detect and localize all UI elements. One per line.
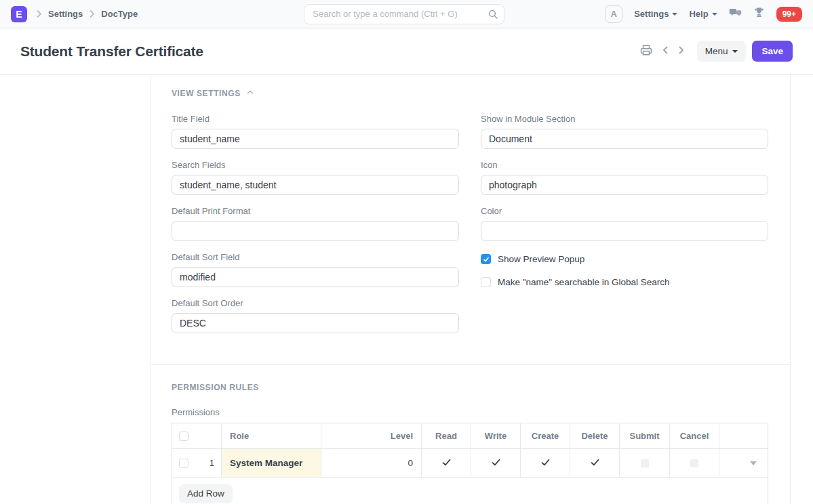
- menu-button-label: Menu: [705, 47, 728, 56]
- search-icon: [488, 9, 498, 22]
- permissions-table-label: Permissions: [172, 407, 768, 417]
- fields-column-right: Show in Module Section Icon Color: [481, 114, 768, 344]
- global-search: [304, 4, 504, 24]
- level-cell[interactable]: 0: [321, 449, 422, 478]
- cancel-permission-cell-disabled: [670, 449, 719, 478]
- create-permission-cell[interactable]: [521, 449, 570, 478]
- field-search-fields: Search Fields: [172, 160, 459, 195]
- row-dropdown-caret-icon[interactable]: [750, 461, 757, 465]
- field-label: Title Field: [172, 114, 459, 124]
- settings-menu[interactable]: Settings: [634, 9, 677, 19]
- settings-menu-label: Settings: [634, 9, 669, 19]
- breadcrumb-item-doctype[interactable]: DocType: [101, 9, 138, 19]
- field-label: Show in Module Section: [481, 114, 768, 124]
- section-heading-permission-rules[interactable]: PERMISSION RULES: [172, 383, 768, 392]
- table-row: 1 System Manager 0: [172, 449, 768, 478]
- breadcrumb-item-settings[interactable]: Settings: [48, 9, 83, 19]
- checkbox-unchecked[interactable]: [481, 277, 491, 287]
- previous-document-button[interactable]: [660, 44, 672, 59]
- chat-icon: [729, 6, 742, 22]
- notifications-badge[interactable]: 99+: [776, 7, 802, 22]
- printer-icon: [640, 44, 652, 59]
- delete-permission-cell[interactable]: [570, 449, 620, 478]
- field-color: Color: [481, 206, 768, 241]
- disabled-checkbox: [690, 459, 698, 467]
- page-title: Student Transfer Certificate: [20, 43, 203, 60]
- field-label: Color: [481, 206, 768, 216]
- show-in-module-section-input[interactable]: [481, 129, 768, 149]
- checkbox-label: Make "name" searchable in Global Search: [498, 277, 669, 287]
- help-menu-label: Help: [689, 9, 708, 19]
- field-label: Icon: [481, 160, 768, 170]
- search-fields-input[interactable]: [172, 175, 459, 195]
- permissions-table: Role Level Read Write Create Delete Subm…: [172, 423, 768, 504]
- checkbox-label: Show Preview Popup: [498, 254, 584, 264]
- read-permission-cell[interactable]: [422, 449, 471, 478]
- user-avatar[interactable]: A: [605, 5, 622, 23]
- section-heading-label: PERMISSION RULES: [172, 383, 259, 392]
- fields-grid: Title Field Search Fields Default Print …: [172, 114, 768, 344]
- menu-button[interactable]: Menu: [697, 41, 747, 62]
- field-icon: Icon: [481, 160, 768, 195]
- doc-navigation: [660, 44, 687, 59]
- check-icon: [491, 457, 501, 469]
- check-icon: [441, 457, 452, 469]
- write-permission-cell[interactable]: [471, 449, 521, 478]
- role-cell[interactable]: System Manager: [222, 449, 321, 478]
- title-field-input[interactable]: [172, 129, 459, 149]
- app-logo[interactable]: E: [11, 6, 27, 22]
- chat-button[interactable]: [729, 6, 742, 22]
- checkbox-checked[interactable]: [481, 254, 491, 264]
- column-header-delete: Delete: [570, 423, 620, 449]
- energy-points-button[interactable]: [753, 7, 765, 21]
- check-icon: [540, 457, 551, 469]
- color-input[interactable]: [481, 221, 768, 241]
- print-button[interactable]: [640, 44, 652, 59]
- page-header: Student Transfer Certificate Menu Save: [0, 28, 813, 75]
- row-select-cell: 1: [172, 449, 222, 478]
- table-footer: Add Row: [172, 478, 768, 504]
- check-icon: [590, 457, 600, 469]
- field-label: Default Print Format: [172, 206, 459, 216]
- field-default-sort-order: Default Sort Order: [172, 298, 459, 333]
- column-header-cancel: Cancel: [670, 423, 719, 449]
- check-icon: [483, 256, 490, 263]
- caret-down-icon: [712, 13, 717, 16]
- field-label: Search Fields: [172, 160, 459, 170]
- next-document-button[interactable]: [675, 44, 687, 59]
- help-menu[interactable]: Help: [689, 9, 717, 19]
- checkbox-show-preview-popup[interactable]: Show Preview Popup: [481, 254, 768, 264]
- search-input[interactable]: [304, 4, 504, 24]
- chevron-left-icon: [660, 44, 672, 59]
- column-header-level: Level: [321, 423, 422, 449]
- section-permission-rules: PERMISSION RULES Permissions Role Level …: [172, 365, 768, 504]
- field-title-field: Title Field: [172, 114, 459, 149]
- select-all-checkbox[interactable]: [179, 432, 189, 441]
- default-sort-order-input[interactable]: [172, 313, 459, 333]
- chevron-up-icon: [245, 87, 255, 99]
- add-row-button[interactable]: Add Row: [179, 484, 233, 503]
- field-default-sort-field: Default Sort Field: [172, 252, 459, 287]
- row-checkbox[interactable]: [179, 459, 189, 468]
- chevron-right-icon: [87, 9, 97, 19]
- column-header-actions: [719, 423, 768, 449]
- save-button[interactable]: Save: [752, 41, 793, 62]
- chevron-right-icon: [34, 9, 44, 19]
- row-actions-cell: [719, 449, 768, 478]
- table-header-row: Role Level Read Write Create Delete Subm…: [172, 423, 768, 449]
- default-print-format-input[interactable]: [172, 221, 459, 241]
- default-sort-field-input[interactable]: [172, 267, 459, 287]
- checkbox-make-name-searchable[interactable]: Make "name" searchable in Global Search: [481, 277, 768, 287]
- form-column: VIEW SETTINGS Title Field Search Fields: [151, 75, 791, 504]
- header-select-all-cell: [172, 423, 222, 449]
- breadcrumb: Settings DocType: [34, 9, 138, 19]
- chevron-right-icon: [675, 44, 687, 59]
- column-header-write: Write: [471, 423, 521, 449]
- section-heading-view-settings[interactable]: VIEW SETTINGS: [172, 87, 768, 99]
- icon-input[interactable]: [481, 175, 768, 195]
- column-header-submit: Submit: [620, 423, 670, 449]
- column-header-read: Read: [422, 423, 471, 449]
- column-header-create: Create: [521, 423, 570, 449]
- submit-permission-cell-disabled: [620, 449, 670, 478]
- section-view-settings: VIEW SETTINGS Title Field Search Fields: [172, 75, 768, 365]
